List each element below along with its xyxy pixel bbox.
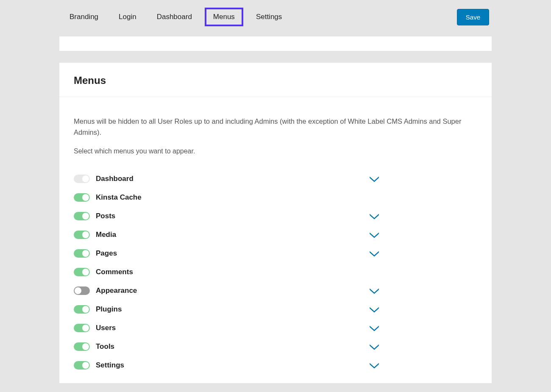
menu-item-label: Pages	[96, 249, 117, 258]
menu-item: Plugins	[74, 300, 477, 319]
tab-settings[interactable]: Settings	[248, 8, 289, 26]
tab-branding[interactable]: Branding	[62, 8, 106, 26]
chevron-down-icon[interactable]	[369, 231, 380, 239]
menu-toggle[interactable]	[74, 324, 90, 332]
menu-item-label: Media	[96, 231, 116, 239]
chevron-down-icon[interactable]	[369, 249, 380, 258]
chevron-down-icon[interactable]	[369, 342, 380, 351]
menu-item: Appearance	[74, 281, 477, 300]
menu-item-label: Comments	[96, 268, 133, 276]
spacer-panel	[59, 36, 492, 51]
menu-item: Pages	[74, 244, 477, 263]
tab-dashboard[interactable]: Dashboard	[149, 8, 200, 26]
panel-body: Menus will be hidden to all User Roles u…	[59, 97, 492, 383]
menu-item: Kinsta Cache	[74, 188, 477, 207]
menu-item-label: Dashboard	[96, 175, 134, 183]
menu-toggle[interactable]	[74, 193, 90, 202]
panel-title: Menus	[74, 75, 477, 86]
menu-toggle[interactable]	[74, 361, 90, 370]
menu-item-label: Users	[96, 324, 116, 332]
chevron-down-icon[interactable]	[369, 212, 380, 220]
menu-item: Posts	[74, 207, 477, 225]
menu-item-left: Kinsta Cache	[74, 193, 142, 202]
menu-item-label: Kinsta Cache	[96, 193, 142, 202]
tab-menus[interactable]: Menus	[205, 8, 243, 26]
chevron-down-icon[interactable]	[369, 286, 380, 295]
menu-item: Settings	[74, 356, 477, 375]
top-nav: Branding Login Dashboard Menus Settings …	[0, 0, 551, 36]
menu-item-left: Posts	[74, 212, 115, 220]
menu-list: DashboardKinsta CachePostsMediaPagesComm…	[74, 170, 477, 375]
menu-item-left: Users	[74, 324, 116, 332]
chevron-down-icon[interactable]	[369, 305, 380, 314]
chevron-down-icon[interactable]	[369, 361, 380, 370]
save-button[interactable]: Save	[457, 9, 489, 25]
menu-toggle[interactable]	[74, 249, 90, 258]
tab-login[interactable]: Login	[111, 8, 144, 26]
menu-toggle[interactable]	[74, 212, 90, 220]
menu-item: Dashboard	[74, 170, 477, 188]
menu-item-left: Plugins	[74, 305, 122, 314]
menu-toggle[interactable]	[74, 268, 90, 276]
menu-item-left: Tools	[74, 342, 114, 351]
chevron-down-icon[interactable]	[369, 175, 380, 183]
menu-item-left: Comments	[74, 268, 133, 276]
menu-toggle[interactable]	[74, 175, 90, 183]
panel-description-1: Menus will be hidden to all User Roles u…	[74, 116, 477, 138]
menu-toggle[interactable]	[74, 305, 90, 314]
menu-toggle[interactable]	[74, 286, 90, 295]
tab-bar: Branding Login Dashboard Menus Settings	[0, 8, 289, 26]
panel-description-2: Select which menus you want to appear.	[74, 147, 477, 155]
menu-item-label: Plugins	[96, 305, 122, 314]
menu-item-left: Pages	[74, 249, 117, 258]
menu-item-left: Settings	[74, 361, 124, 370]
main-content: Menus Menus will be hidden to all User R…	[59, 36, 492, 383]
menu-item-left: Dashboard	[74, 175, 134, 183]
menu-item: Comments	[74, 263, 477, 281]
panel-header: Menus	[59, 63, 492, 97]
chevron-down-icon[interactable]	[369, 324, 380, 332]
menu-item-label: Settings	[96, 361, 124, 370]
menu-item-left: Media	[74, 231, 116, 239]
menu-item-label: Tools	[96, 342, 114, 351]
menu-item: Tools	[74, 337, 477, 356]
menu-item-left: Appearance	[74, 286, 137, 295]
menu-item: Users	[74, 319, 477, 337]
menu-item: Media	[74, 225, 477, 244]
menus-panel: Menus Menus will be hidden to all User R…	[59, 63, 492, 383]
menu-toggle[interactable]	[74, 342, 90, 351]
menu-item-label: Posts	[96, 212, 115, 220]
menu-toggle[interactable]	[74, 231, 90, 239]
menu-item-label: Appearance	[96, 286, 137, 295]
